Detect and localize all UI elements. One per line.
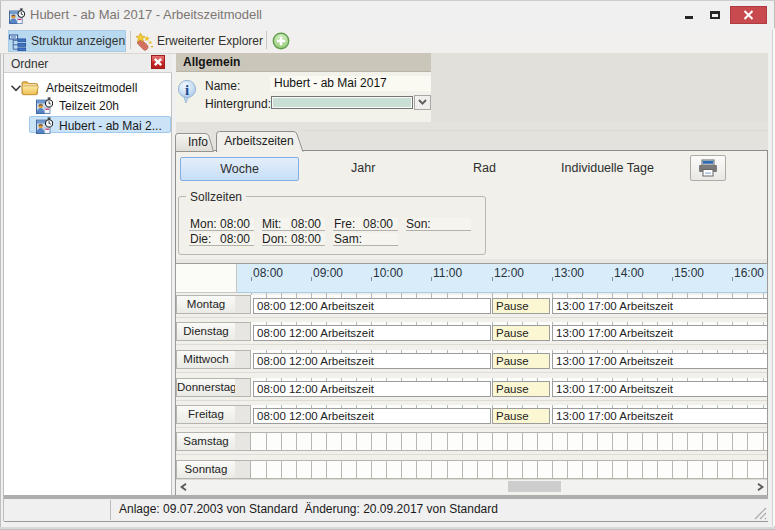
svg-text:i: i <box>185 82 189 98</box>
